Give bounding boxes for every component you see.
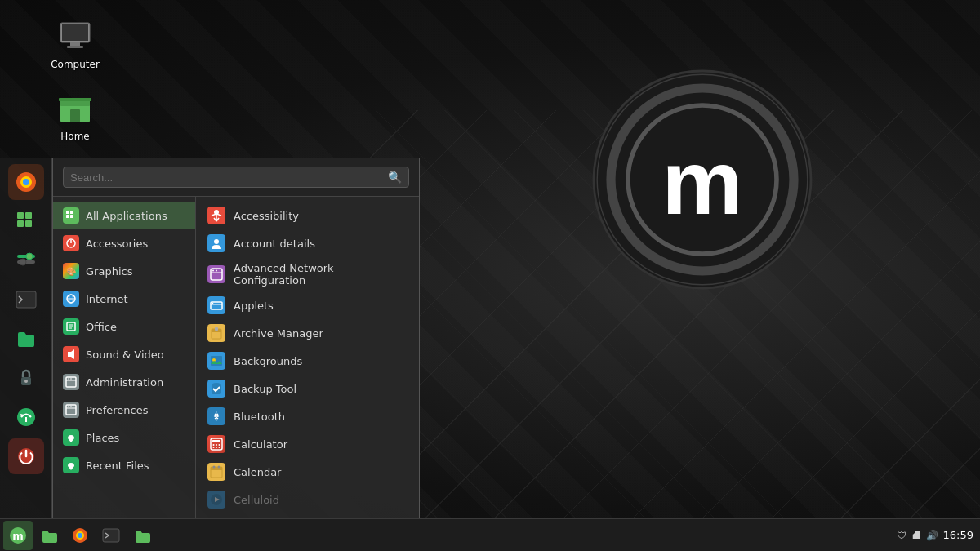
cat-places-icon <box>63 429 79 446</box>
app-account-icon <box>207 234 225 252</box>
svg-point-47 <box>68 378 69 380</box>
sidebar-terminal[interactable]: _ <box>8 282 44 318</box>
sidebar-files[interactable] <box>8 321 44 357</box>
app-account-details[interactable]: Account details <box>196 229 419 257</box>
svg-point-76 <box>219 447 220 448</box>
sidebar: _ <box>0 158 52 518</box>
cat-recent-label: Recent Files <box>86 460 149 472</box>
app-calendar[interactable]: Calendar <box>196 458 419 486</box>
home-icon-img <box>56 88 95 127</box>
app-accessibility[interactable]: Accessibility <box>196 202 419 229</box>
svg-point-80 <box>218 466 220 469</box>
app-backgrounds[interactable]: Backgrounds <box>196 347 419 375</box>
svg-rect-78 <box>211 467 222 470</box>
home-icon[interactable]: Home <box>42 88 108 142</box>
taskbar-network-icon[interactable]: ⛘ <box>911 530 921 541</box>
cat-graphics-icon: 🎨 <box>63 263 79 279</box>
taskbar: m <box>0 518 980 551</box>
menu-content: All Applications Accessories 🎨 Graphics <box>53 197 419 518</box>
cat-office[interactable]: Office <box>53 313 195 340</box>
sidebar-power[interactable] <box>8 438 44 474</box>
cat-all-applications[interactable]: All Applications <box>53 202 195 229</box>
sidebar-appgrid[interactable] <box>8 203 44 239</box>
search-input[interactable] <box>70 171 388 184</box>
app-advanced-network[interactable]: Advanced Network Configuration <box>196 257 419 291</box>
app-calendar-icon <box>207 463 225 481</box>
cat-soundvideo-icon <box>63 346 79 362</box>
cat-preferences-icon <box>63 402 79 418</box>
cat-graphics-label: Graphics <box>86 265 132 278</box>
taskbar-files-button[interactable] <box>34 521 64 550</box>
start-menu: _ <box>0 158 420 518</box>
cat-office-label: Office <box>86 321 117 333</box>
app-calculator-icon <box>207 435 225 453</box>
svg-rect-33 <box>66 215 69 218</box>
app-applets-icon <box>207 296 225 314</box>
taskbar-mint-button[interactable]: m <box>3 521 33 550</box>
app-backup-tool[interactable]: Backup Tool <box>196 375 419 402</box>
cat-graphics[interactable]: 🎨 Graphics <box>53 257 195 285</box>
svg-rect-64 <box>215 327 218 331</box>
computer-icon[interactable]: Computer <box>42 16 108 70</box>
svg-rect-34 <box>70 215 74 218</box>
cat-accessories-icon <box>63 235 79 251</box>
sidebar-lock[interactable] <box>8 360 44 396</box>
sidebar-update[interactable] <box>8 399 44 435</box>
app-account-label: Account details <box>234 238 315 250</box>
svg-marker-44 <box>68 349 74 359</box>
taskbar-left: m <box>0 521 157 550</box>
app-applets[interactable]: Applets <box>196 291 419 319</box>
svg-rect-7 <box>70 42 80 46</box>
svg-point-71 <box>213 444 215 446</box>
app-celluloid-icon <box>207 491 225 509</box>
cat-places[interactable]: Places <box>53 424 195 451</box>
svg-rect-70 <box>212 440 220 442</box>
cat-all-label: All Applications <box>86 210 167 222</box>
cat-accessories-label: Accessories <box>86 238 148 250</box>
sidebar-settings[interactable] <box>8 242 44 278</box>
app-network-icon <box>207 265 225 283</box>
svg-point-22 <box>26 253 33 260</box>
svg-rect-18 <box>17 220 24 227</box>
svg-rect-32 <box>70 211 74 214</box>
taskbar-right: 🛡 ⛘ 🔊 16:59 <box>897 529 980 541</box>
cat-internet[interactable]: Internet <box>53 285 195 313</box>
svg-point-54 <box>214 239 219 244</box>
taskbar-volume-icon[interactable]: 🔊 <box>926 530 938 541</box>
taskbar-shield-icon[interactable]: 🛡 <box>897 530 906 541</box>
search-bar: 🔍 <box>53 158 419 197</box>
taskbar-files2-button[interactable] <box>127 521 157 550</box>
cat-admin-icon <box>63 374 79 390</box>
svg-rect-65 <box>211 356 222 366</box>
cat-accessories[interactable]: Accessories <box>53 229 195 257</box>
app-backup-label: Backup Tool <box>234 383 296 395</box>
app-backgrounds-icon <box>207 352 225 370</box>
taskbar-firefox-button[interactable] <box>65 521 95 550</box>
app-archive-manager[interactable]: Archive Manager <box>196 319 419 347</box>
search-icon[interactable]: 🔍 <box>388 171 402 184</box>
svg-rect-17 <box>25 212 32 219</box>
apps-column: Accessibility Account details <box>196 197 419 518</box>
sidebar-firefox[interactable] <box>8 164 44 200</box>
svg-rect-6 <box>62 24 88 41</box>
cat-preferences[interactable]: Preferences <box>53 396 195 424</box>
svg-point-48 <box>70 378 72 380</box>
app-calculator-label: Calculator <box>234 438 287 451</box>
app-calculator[interactable]: Calculator <box>196 430 419 458</box>
taskbar-terminal-button[interactable] <box>96 521 126 550</box>
svg-point-58 <box>216 270 217 272</box>
svg-point-79 <box>213 466 216 469</box>
app-bluetooth-icon <box>207 407 225 425</box>
cat-recent[interactable]: Recent Files <box>53 451 195 479</box>
svg-rect-11 <box>70 109 80 122</box>
cat-soundvideo[interactable]: Sound & Video <box>53 340 195 368</box>
app-bluetooth[interactable]: Bluetooth <box>196 402 419 430</box>
cat-admin[interactable]: Administration <box>53 368 195 396</box>
svg-point-52 <box>70 406 72 407</box>
computer-icon-img <box>56 16 95 56</box>
svg-text:m: m <box>12 530 24 542</box>
svg-point-61 <box>212 303 214 304</box>
svg-point-15 <box>23 179 29 185</box>
computer-label: Computer <box>51 59 100 70</box>
cat-soundvideo-label: Sound & Video <box>86 349 164 361</box>
